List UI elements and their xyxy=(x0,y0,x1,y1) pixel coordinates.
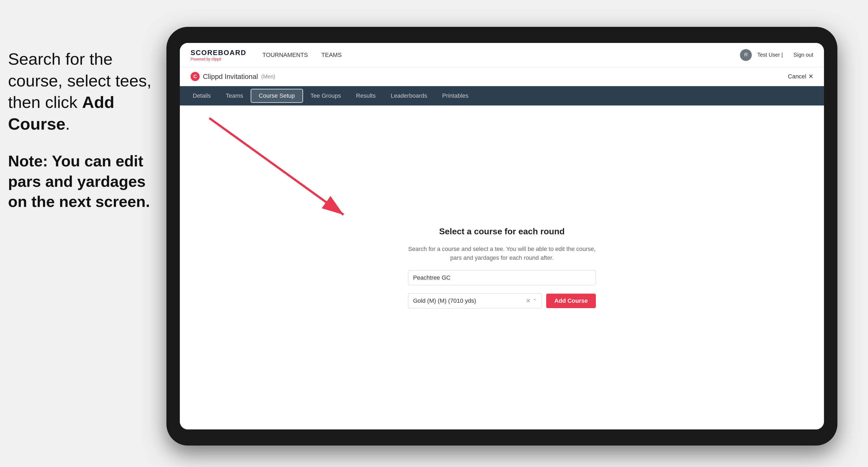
logo-scoreboard: SCOREBOARD xyxy=(191,49,246,57)
cancel-icon: ✕ xyxy=(808,73,813,80)
top-nav: SCOREBOARD Powered by clippd TOURNAMENTS… xyxy=(180,43,824,67)
annotation-bold: Add Course xyxy=(8,93,114,133)
logo-area: SCOREBOARD Powered by clippd xyxy=(191,49,246,61)
cancel-button[interactable]: Cancel ✕ xyxy=(788,73,813,80)
user-avatar: R xyxy=(740,49,752,61)
tournament-badge: (Men) xyxy=(261,73,275,80)
screen: SCOREBOARD Powered by clippd TOURNAMENTS… xyxy=(180,43,824,429)
tournament-name-area: C Clippd Invitational (Men) xyxy=(191,72,275,81)
tab-leaderboards[interactable]: Leaderboards xyxy=(383,86,435,105)
logo-sub: Powered by clippd xyxy=(191,57,246,61)
course-search-input[interactable] xyxy=(408,270,596,285)
tab-tee-groups[interactable]: Tee Groups xyxy=(303,86,349,105)
tee-select-wrapper[interactable]: Gold (M) (M) (7010 yds) ✕ ⌃ xyxy=(408,293,542,308)
tee-clear-icon[interactable]: ✕ xyxy=(526,298,531,304)
sign-out-link[interactable]: Sign out xyxy=(794,52,813,58)
nav-tournaments[interactable]: TOURNAMENTS xyxy=(262,52,308,59)
tournament-header: C Clippd Invitational (Men) Cancel ✕ xyxy=(180,67,824,86)
tab-bar: Details Teams Course Setup Tee Groups Re… xyxy=(180,86,824,105)
tee-select-controls: ✕ ⌃ xyxy=(526,298,537,304)
tee-select-text: Gold (M) (M) (7010 yds) xyxy=(413,298,526,304)
annotation-area: Search for the course, select tees, then… xyxy=(8,48,164,212)
card-title: Select a course for each round xyxy=(439,226,565,237)
card-description: Search for a course and select a tee. Yo… xyxy=(408,245,596,262)
user-info: Test User | xyxy=(757,52,783,58)
main-content: Select a course for each round Search fo… xyxy=(180,105,824,429)
nav-teams[interactable]: TEAMS xyxy=(321,52,342,59)
add-course-button[interactable]: Add Course xyxy=(546,293,596,308)
nav-right: R Test User | Sign out xyxy=(740,49,813,61)
tab-course-setup[interactable]: Course Setup xyxy=(251,89,303,103)
tournament-title: Clippd Invitational xyxy=(203,72,258,81)
nav-links: TOURNAMENTS TEAMS xyxy=(262,52,740,59)
tournament-logo: C xyxy=(191,72,200,81)
cancel-label: Cancel xyxy=(788,73,806,80)
course-card: Select a course for each round Search fo… xyxy=(408,226,596,308)
tablet-device: SCOREBOARD Powered by clippd TOURNAMENTS… xyxy=(166,27,837,445)
tab-teams[interactable]: Teams xyxy=(218,86,251,105)
tee-arrow-icon[interactable]: ⌃ xyxy=(533,298,537,304)
tab-printables[interactable]: Printables xyxy=(435,86,476,105)
tab-details[interactable]: Details xyxy=(185,86,218,105)
annotation-note: Note: You can edit pars and yardages on … xyxy=(8,151,164,212)
tab-results[interactable]: Results xyxy=(348,86,383,105)
tee-select-row: Gold (M) (M) (7010 yds) ✕ ⌃ Add Course xyxy=(408,293,596,308)
annotation-main: Search for the course, select tees, then… xyxy=(8,48,164,135)
